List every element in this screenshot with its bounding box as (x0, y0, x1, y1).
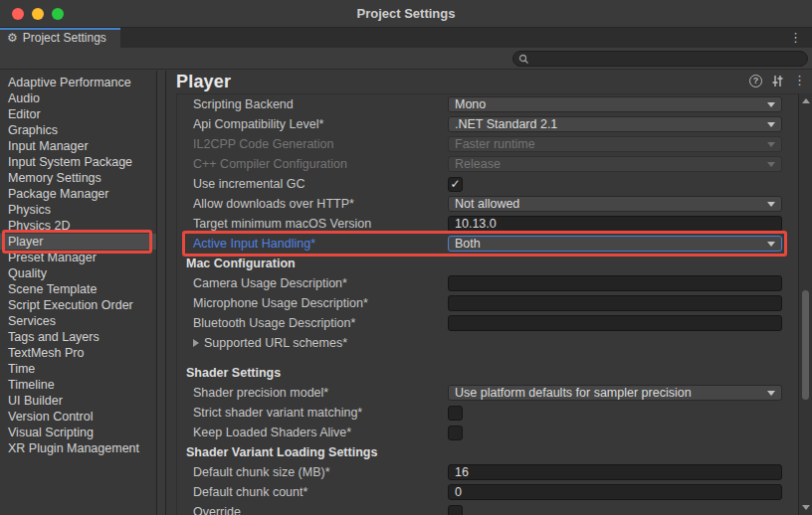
sidebar-item-time[interactable]: Time (0, 361, 156, 377)
setting-label: Allow downloads over HTTP* (193, 197, 448, 211)
settings-row-default-chunk-size-mb: Default chunk size (MB)* (177, 462, 798, 482)
section-header: Shader Settings (186, 366, 281, 380)
dropdown-value: Mono (455, 97, 486, 111)
vertical-scrollbar[interactable] (798, 93, 812, 515)
strict-shader-variant-matching-checkbox[interactable] (448, 406, 463, 421)
sidebar-item-visual-scripting[interactable]: Visual Scripting (0, 425, 156, 440)
settings-row-api-compatibility-level: Api Compatibility Level*.NET Standard 2.… (177, 114, 798, 134)
override-checkbox[interactable] (448, 505, 463, 515)
camera-usage-description-field[interactable] (448, 275, 782, 291)
scrollbar-thumb[interactable] (802, 290, 809, 400)
setting-label: Microphone Usage Description* (193, 296, 448, 310)
sidebar-item-tags-and-layers[interactable]: Tags and Layers (0, 329, 156, 345)
dropdown-value: Release (455, 157, 501, 171)
titlebar: Project Settings (0, 0, 812, 28)
section-spacer (177, 353, 798, 363)
il2cpp-code-generation-dropdown[interactable]: Faster runtime (448, 136, 782, 152)
sidebar-item-version-control[interactable]: Version Control (0, 409, 156, 425)
sidebar-item-player[interactable]: Player (0, 234, 156, 250)
setting-label: IL2CPP Code Generation (193, 137, 448, 151)
keep-loaded-shaders-alive-checkbox[interactable] (448, 426, 463, 440)
dropdown-value: Use platform defaults for sampler precis… (455, 386, 692, 400)
sidebar-item-textmesh-pro[interactable]: TextMesh Pro (0, 345, 156, 361)
setting-label: Strict shader variant matching* (193, 406, 448, 420)
api-compatibility-level-dropdown[interactable]: .NET Standard 2.1 (448, 116, 782, 132)
target-minimum-macos-version-field[interactable] (448, 216, 782, 232)
default-chunk-size-mb-field[interactable] (448, 464, 782, 480)
settings-row-mac-configuration: Mac Configuration (177, 254, 798, 273)
settings-row-override: Override (177, 502, 798, 515)
setting-label: Default chunk count* (193, 485, 448, 499)
sidebar-scrollbar-track[interactable] (156, 71, 166, 515)
shader-precision-model-dropdown[interactable]: Use platform defaults for sampler precis… (448, 385, 782, 401)
settings-row-use-incremental-gc: Use incremental GC✓ (177, 174, 798, 194)
setting-label: Active Input Handling* (193, 237, 448, 251)
settings-row-shader-variant-loading-settings: Shader Variant Loading Settings (177, 442, 798, 462)
sidebar-item-services[interactable]: Services (0, 313, 156, 329)
settings-row-c-compiler-configuration: C++ Compiler ConfigurationRelease (177, 154, 798, 174)
search-input[interactable] (529, 53, 788, 65)
content-row: Scripting BackendMonoApi Compatibility L… (166, 93, 812, 515)
sidebar-item-physics[interactable]: Physics (0, 202, 156, 218)
sidebar-item-package-manager[interactable]: Package Manager (0, 186, 156, 202)
field-zone: Both (448, 236, 782, 252)
field-zone: .NET Standard 2.1 (448, 116, 782, 132)
search-box[interactable] (512, 51, 808, 67)
setting-label: Bluetooth Usage Description* (193, 316, 448, 330)
sidebar-item-editor[interactable]: Editor (0, 106, 156, 122)
sidebar-item-memory-settings[interactable]: Memory Settings (0, 170, 156, 186)
dropdown-value: Not allowed (455, 197, 519, 211)
scroll-down-arrow-icon[interactable] (802, 505, 810, 510)
bluetooth-usage-description-field[interactable] (448, 315, 782, 331)
scripting-backend-dropdown[interactable]: Mono (448, 96, 782, 112)
header-icons: ? ⋮ (749, 74, 806, 87)
dropdown-value: Faster runtime (455, 137, 535, 151)
dropdown-arrow-icon (767, 142, 775, 147)
default-chunk-count-field[interactable] (448, 484, 782, 500)
c-compiler-configuration-dropdown[interactable]: Release (448, 156, 782, 172)
sidebar-item-input-system-package[interactable]: Input System Package (0, 154, 156, 170)
dropdown-arrow-icon (767, 391, 775, 396)
field-zone (448, 484, 782, 500)
sidebar-item-script-execution-order[interactable]: Script Execution Order (0, 297, 156, 313)
dropdown-arrow-icon (767, 242, 775, 247)
scroll-up-arrow-icon[interactable] (802, 98, 810, 103)
sidebar-item-physics-2d[interactable]: Physics 2D (0, 218, 156, 234)
dropdown-arrow-icon (767, 122, 775, 127)
microphone-usage-description-field[interactable] (448, 295, 782, 311)
sidebar-item-scene-template[interactable]: Scene Template (0, 281, 156, 297)
sidebar-item-xr-plugin-management[interactable]: XR Plugin Management (0, 440, 156, 456)
project-settings-window: Project Settings ⚙ Project Settings ⋮ Ad… (0, 0, 812, 515)
page-menu-kebab-icon[interactable]: ⋮ (793, 74, 806, 87)
foldout-arrow-icon[interactable] (193, 339, 199, 347)
sidebar-item-quality[interactable]: Quality (0, 265, 156, 281)
sidebar-item-input-manager[interactable]: Input Manager (0, 138, 156, 154)
allow-downloads-over-http-dropdown[interactable]: Not allowed (448, 196, 782, 212)
page-title: Player (176, 72, 231, 92)
checkmark-icon: ✓ (450, 177, 460, 191)
settings-row-supported-url-schemes: Supported URL schemes* (177, 333, 798, 353)
dropdown-arrow-icon (767, 102, 775, 107)
sidebar-item-preset-manager[interactable]: Preset Manager (0, 250, 156, 265)
settings-row-shader-settings: Shader Settings (177, 363, 798, 383)
sidebar-item-timeline[interactable]: Timeline (0, 377, 156, 393)
setting-label: Shader precision model* (193, 386, 448, 400)
tab-menu-kebab-icon[interactable]: ⋮ (785, 28, 806, 48)
field-zone (448, 216, 782, 232)
main-pane: Player ? ⋮ Scripting BackendMonoApi Comp… (166, 71, 812, 515)
active-input-handling-dropdown[interactable]: Both (448, 236, 782, 252)
sidebar-item-ui-builder[interactable]: UI Builder (0, 393, 156, 409)
use-incremental-gc-checkbox[interactable]: ✓ (448, 177, 463, 192)
tab-strip: ⚙ Project Settings ⋮ (0, 28, 812, 48)
sidebar-item-audio[interactable]: Audio (0, 90, 156, 106)
dropdown-value: .NET Standard 2.1 (455, 117, 557, 131)
presets-icon[interactable] (771, 75, 784, 87)
help-icon[interactable]: ? (749, 75, 762, 87)
field-zone (448, 505, 782, 515)
field-zone: Not allowed (448, 196, 782, 212)
sidebar-item-graphics[interactable]: Graphics (0, 122, 156, 138)
tab-project-settings[interactable]: ⚙ Project Settings (0, 28, 120, 48)
settings-row-target-minimum-macos-version: Target minimum macOS Version (177, 214, 798, 234)
setting-label: Target minimum macOS Version (193, 217, 448, 231)
sidebar-item-adaptive-performance[interactable]: Adaptive Performance (0, 75, 156, 90)
